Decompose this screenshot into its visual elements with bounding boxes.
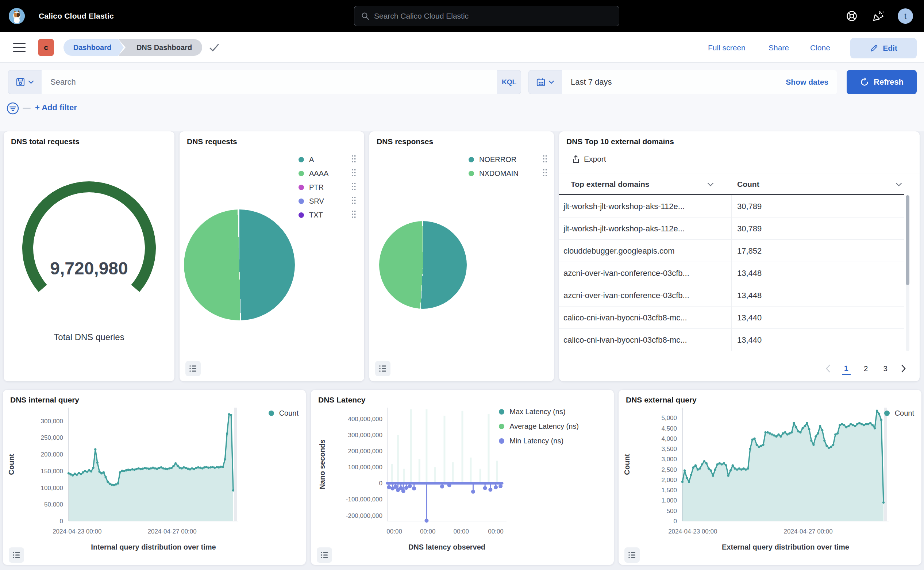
table-row[interactable]: calico-cni-ivan-byocni-03cfb8-mc...13,44… bbox=[559, 329, 904, 351]
column-header-count[interactable]: Count bbox=[737, 175, 902, 194]
column-header-domains[interactable]: Top external domains bbox=[571, 175, 714, 194]
filter-menu-button[interactable] bbox=[6, 102, 19, 115]
dns-requests-pie-chart[interactable] bbox=[184, 210, 295, 320]
svg-text:00:00: 00:00 bbox=[453, 528, 469, 535]
legend-drag-handle[interactable] bbox=[351, 182, 356, 192]
panel-dns-latency: DNS Latency -200,000,000-100,000,0000100… bbox=[311, 390, 614, 565]
saved-query-menu-button[interactable] bbox=[8, 70, 41, 94]
dns-responses-pie-chart[interactable] bbox=[379, 221, 467, 309]
time-range-value[interactable]: Last 7 days bbox=[571, 77, 612, 87]
legend-item-average-latency-ns-[interactable]: Average Latency (ns) bbox=[499, 422, 579, 431]
pagination-previous-button[interactable] bbox=[825, 364, 831, 373]
legend-drag-handle[interactable] bbox=[351, 154, 356, 165]
table-row[interactable]: clouddebugger.googleapis.com17,852 bbox=[559, 240, 904, 262]
column-label: Top external domains bbox=[571, 180, 650, 188]
calico-logo[interactable] bbox=[9, 8, 25, 24]
edit-button[interactable]: Edit bbox=[850, 38, 917, 58]
kql-language-button[interactable]: KQL bbox=[497, 70, 521, 94]
panel-dns-requests: DNS requests AAAAAPTRSRVTXT bbox=[179, 131, 364, 382]
panel-legend-toggle-button[interactable] bbox=[9, 547, 24, 563]
table-row[interactable]: azcni-over-ivan-conference-03cfb...13,44… bbox=[559, 284, 904, 306]
news-party-popper-icon bbox=[872, 9, 884, 23]
legend-item-count[interactable]: Count bbox=[884, 409, 914, 417]
panel-legend-toggle-button[interactable] bbox=[375, 361, 391, 376]
panel-legend-toggle-button[interactable] bbox=[317, 547, 332, 563]
dns-responses-legend: NOERRORNXDOMAIN bbox=[469, 153, 547, 180]
add-filter-button[interactable]: + Add filter bbox=[35, 103, 77, 112]
clone-button[interactable]: Clone bbox=[810, 41, 830, 54]
legend-label: AAAA bbox=[309, 169, 328, 178]
pagination-page-2[interactable]: 2 bbox=[861, 363, 870, 374]
legend-item-min-latency-ns-[interactable]: Min Latency (ns) bbox=[499, 437, 579, 445]
legend-item-srv[interactable]: SRV bbox=[299, 194, 356, 208]
pagination-next-button[interactable] bbox=[901, 364, 907, 373]
breadcrumb-dashboard[interactable]: Dashboard bbox=[63, 39, 118, 56]
legend-label: A bbox=[309, 155, 314, 164]
drag-handle-icon bbox=[351, 154, 356, 163]
panel-legend-toggle-button[interactable] bbox=[185, 361, 201, 376]
table-row[interactable]: jlt-worksh-jlt-workshop-aks-112e...30,78… bbox=[559, 218, 904, 240]
cell-domain: azcni-over-ivan-conference-03cfb... bbox=[564, 262, 727, 284]
legend-drag-handle[interactable] bbox=[351, 210, 356, 220]
breadcrumb-dns-dashboard[interactable]: DNS Dashboard bbox=[119, 39, 202, 56]
export-button[interactable]: Export bbox=[572, 155, 606, 164]
cell-count: 30,789 bbox=[737, 195, 898, 218]
svg-text:100,000,000: 100,000,000 bbox=[348, 464, 382, 471]
legend-item-txt[interactable]: TXT bbox=[299, 208, 356, 222]
legend-item-noerror[interactable]: NOERROR bbox=[469, 153, 547, 166]
space-badge[interactable]: c bbox=[38, 39, 54, 56]
svg-text:00:00: 00:00 bbox=[488, 528, 504, 535]
table-row[interactable]: calico-cni-ivan-byocni-03cfb8-mc...13,44… bbox=[559, 306, 904, 329]
quick-date-menu-button[interactable] bbox=[529, 70, 562, 94]
show-dates-button[interactable]: Show dates bbox=[786, 78, 828, 86]
table-row[interactable]: azcni-over-ivan-conference-03cfb...13,44… bbox=[559, 262, 904, 284]
legend-color-dot bbox=[884, 411, 890, 416]
pagination-page-1[interactable]: 1 bbox=[842, 362, 850, 375]
drag-handle-icon bbox=[351, 210, 356, 219]
table-row[interactable]: jlt-worksh-jlt-workshop-aks-112e...30,78… bbox=[559, 195, 904, 218]
panel-dns-total-requests: DNS total requests 9,720,980 Total DNS q… bbox=[4, 131, 175, 382]
full-screen-button[interactable]: Full screen bbox=[708, 41, 746, 54]
share-button[interactable]: Share bbox=[769, 41, 789, 54]
pencil-icon bbox=[870, 44, 878, 52]
external-query-chart[interactable]: 05001,0001,5002,0002,5003,0003,5004,0004… bbox=[619, 390, 921, 565]
svg-text:-200,000,000: -200,000,000 bbox=[346, 512, 382, 519]
legend-item-nxdomain[interactable]: NXDOMAIN bbox=[469, 166, 547, 180]
legend-item-a[interactable]: A bbox=[299, 153, 356, 166]
saved-check-icon[interactable] bbox=[209, 43, 220, 54]
dns-requests-legend: AAAAAPTRSRVTXT bbox=[299, 153, 356, 222]
global-search[interactable] bbox=[354, 6, 619, 26]
svg-text:150,000: 150,000 bbox=[41, 468, 63, 475]
legend-drag-handle[interactable] bbox=[351, 168, 356, 178]
list-icon bbox=[628, 551, 636, 559]
internal-query-chart[interactable]: 050,000100,000150,000200,000250,000300,0… bbox=[3, 390, 306, 565]
global-search-input[interactable] bbox=[374, 12, 612, 20]
table-scrollbar-thumb[interactable] bbox=[906, 195, 909, 285]
legend-item-aaaa[interactable]: AAAA bbox=[299, 166, 356, 180]
legend-item-count[interactable]: Count bbox=[268, 409, 299, 417]
legend-label: NXDOMAIN bbox=[479, 169, 519, 178]
help-menu-button[interactable] bbox=[844, 8, 860, 24]
menu-button[interactable] bbox=[13, 41, 26, 54]
legend-drag-handle[interactable] bbox=[351, 196, 356, 206]
panel-legend-toggle-button[interactable] bbox=[624, 547, 640, 563]
svg-text:1,000: 1,000 bbox=[661, 497, 677, 504]
legend-label: SRV bbox=[309, 197, 324, 205]
app-title: Calico Cloud Elastic bbox=[39, 0, 114, 32]
pagination-page-3[interactable]: 3 bbox=[881, 363, 890, 374]
legend-label: TXT bbox=[309, 211, 323, 219]
panel-title: DNS responses bbox=[377, 137, 433, 146]
chevron-down-icon bbox=[549, 80, 554, 84]
svg-text:2024-04-27 00:00: 2024-04-27 00:00 bbox=[784, 528, 833, 535]
legend-item-ptr[interactable]: PTR bbox=[299, 180, 356, 194]
legend-label: Min Latency (ns) bbox=[509, 437, 564, 445]
user-avatar[interactable]: t bbox=[898, 8, 913, 24]
legend-item-max-latency-ns-[interactable]: Max Latency (ns) bbox=[499, 407, 579, 416]
refresh-button[interactable]: Refresh bbox=[847, 70, 917, 94]
legend-drag-handle[interactable] bbox=[542, 168, 547, 178]
kql-search-input[interactable] bbox=[51, 77, 488, 87]
filter-icon bbox=[6, 102, 19, 115]
legend-drag-handle[interactable] bbox=[542, 154, 547, 165]
news-feed-button[interactable] bbox=[870, 8, 886, 24]
cell-domain: calico-cni-ivan-byocni-03cfb8-mc... bbox=[564, 329, 727, 351]
